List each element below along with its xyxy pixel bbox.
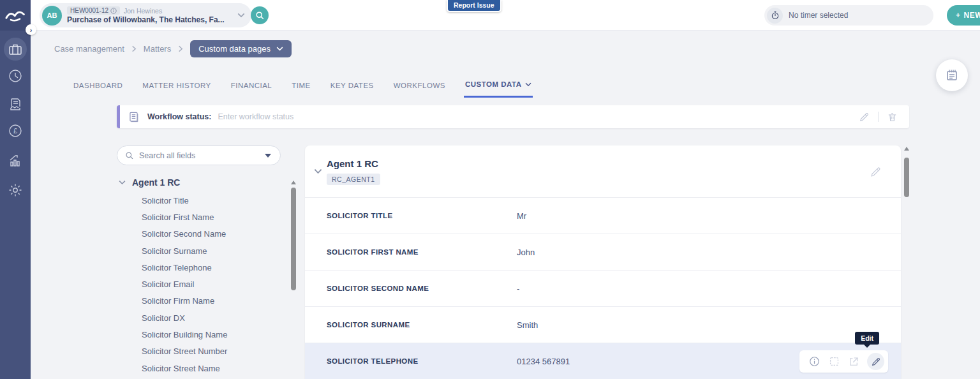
clock-icon: [8, 68, 23, 84]
field-label: Solicitor Title: [142, 196, 189, 205]
field-list-item[interactable]: Solicitor Surname: [142, 242, 227, 259]
info-icon: [110, 8, 117, 14]
bird-logo-icon: [4, 8, 26, 23]
field-label: Solicitor Surname: [142, 246, 207, 256]
pound-circle-icon: £: [8, 123, 23, 138]
field-search-input[interactable]: [139, 151, 265, 160]
tab-workflows[interactable]: WORKFLOWS: [392, 75, 447, 98]
breadcrumb: Case management Matters Custom data page…: [54, 40, 292, 57]
chevron-down-icon: [525, 82, 531, 87]
field-value: Mr: [517, 211, 526, 221]
new-button[interactable]: + NEW: [947, 5, 980, 26]
field-name: SOLICITOR TITLE: [327, 212, 517, 219]
external-link-icon: [848, 356, 859, 368]
edit-section-button[interactable]: [870, 166, 882, 178]
tree-group-agent1rc[interactable]: Agent 1 RC: [119, 177, 180, 188]
delete-workflow-status-button[interactable]: [887, 112, 898, 123]
field-list-item[interactable]: Solicitor Street Number: [142, 343, 227, 360]
top-bar: AB HEW0001-12 Jon Hewines Purchase of Wi…: [31, 0, 980, 31]
chevron-down-icon: [119, 180, 126, 185]
scroll-up-arrow[interactable]: [291, 181, 296, 184]
page-content: Case management Matters Custom data page…: [31, 31, 980, 379]
table-row[interactable]: SOLICITOR TITLE Mr: [305, 198, 901, 234]
scroll-up-arrow[interactable]: [904, 147, 909, 151]
copy-field-button[interactable]: [828, 355, 840, 368]
table-row-hovered[interactable]: SOLICITOR TELEPHONE 01234 567891: [305, 343, 901, 379]
briefcase-icon: [8, 41, 23, 57]
chevron-down-icon: [276, 47, 283, 51]
sidebar-item-reports[interactable]: [0, 153, 31, 168]
matter-ref: HEW0001-12: [70, 7, 108, 14]
breadcrumb-matters[interactable]: Matters: [144, 44, 171, 54]
sidebar-item-settings[interactable]: [0, 182, 31, 198]
tab-custom-data-label: CUSTOM DATA: [465, 80, 522, 88]
global-search-button[interactable]: [251, 6, 269, 24]
table-row[interactable]: SOLICITOR FIRST NAME John: [305, 234, 901, 271]
edit-workflow-status-button[interactable]: [859, 112, 870, 123]
open-external-button[interactable]: [848, 356, 859, 368]
sidebar-expand-button[interactable]: ›: [26, 24, 36, 35]
matter-meta: HEW0001-12 Jon Hewines Purchase of Willo…: [67, 6, 235, 24]
tree-group-label: Agent 1 RC: [132, 177, 180, 188]
notepad-icon: [944, 68, 960, 83]
scrollbar-thumb[interactable]: [904, 158, 909, 197]
fee-earner-name: Jon Hewines: [124, 7, 162, 15]
trash-icon: [887, 112, 898, 123]
matter-title: Purchase of Willowbank, The Hatches, Fa.…: [67, 15, 235, 24]
tab-custom-data[interactable]: CUSTOM DATA: [464, 75, 533, 98]
report-issue-button[interactable]: Report Issue: [447, 0, 501, 12]
field-list-item[interactable]: Solicitor DX: [142, 309, 227, 326]
breadcrumb-current-label: Custom data pages: [198, 44, 271, 54]
sidebar-item-matters[interactable]: [0, 97, 31, 112]
workflow-status-input[interactable]: [218, 112, 859, 121]
field-list-item[interactable]: Solicitor Firm Name: [142, 293, 227, 309]
tab-dashboard[interactable]: DASHBOARD: [72, 75, 124, 98]
breadcrumb-current-dropdown[interactable]: Custom data pages: [190, 40, 292, 57]
collapse-section-button[interactable]: [314, 168, 322, 174]
tab-key-dates[interactable]: KEY DATES: [329, 75, 375, 98]
field-list-item[interactable]: Solicitor Street Name: [142, 360, 227, 376]
field-label: Solicitor First Name: [142, 212, 214, 222]
divider: [878, 112, 879, 122]
scrollbar-thumb[interactable]: [291, 188, 296, 290]
tab-matter-history[interactable]: MATTER HISTORY: [141, 75, 212, 98]
field-search-box[interactable]: [117, 145, 281, 165]
section-title: Agent 1 RC: [327, 158, 378, 169]
breadcrumb-case-management[interactable]: Case management: [54, 44, 124, 54]
field-list-item[interactable]: Solicitor Email: [142, 276, 227, 292]
tab-time[interactable]: TIME: [290, 75, 311, 98]
field-label: Solicitor Second Name: [142, 229, 226, 239]
sidebar: £: [0, 0, 31, 379]
search-icon: [255, 11, 265, 20]
tree-scrollbar[interactable]: [290, 181, 297, 379]
info-button[interactable]: [808, 355, 820, 368]
field-list-item[interactable]: Solicitor Second Name: [142, 226, 227, 242]
field-name: SOLICITOR SECOND NAME: [327, 285, 517, 292]
custom-data-panel: Agent 1 RC RC_AGENT1 SOLICITOR TITLE Mr …: [305, 145, 901, 379]
sidebar-item-time[interactable]: [0, 68, 31, 84]
timer-widget[interactable]: No timer selected: [764, 5, 933, 26]
matter-ref-badge: HEW0001-12: [67, 6, 120, 15]
panel-scrollbar[interactable]: [903, 147, 910, 379]
field-label: Solicitor Building Name: [142, 330, 227, 339]
dropdown-caret-icon[interactable]: [265, 154, 271, 158]
table-row[interactable]: SOLICITOR SURNAME Smith: [305, 307, 901, 343]
sidebar-item-case-management[interactable]: [0, 41, 31, 57]
svg-text:£: £: [13, 127, 17, 135]
pencil-icon: [859, 112, 870, 123]
field-name: SOLICITOR TELEPHONE: [327, 357, 517, 365]
field-label: Solicitor Street Number: [142, 346, 227, 356]
current-matter-selector[interactable]: AB HEW0001-12 Jon Hewines Purchase of Wi…: [40, 3, 251, 27]
section-code-badge: RC_AGENT1: [327, 174, 380, 185]
field-list-item[interactable]: Solicitor Title: [142, 192, 227, 209]
notes-button[interactable]: [936, 59, 968, 91]
table-row[interactable]: SOLICITOR SECOND NAME -: [305, 271, 901, 307]
pencil-icon: [870, 166, 882, 178]
field-list-item[interactable]: Solicitor First Name: [142, 209, 227, 225]
field-list-item[interactable]: Solicitor Building Name: [142, 326, 227, 343]
tab-financial[interactable]: FINANCIAL: [230, 75, 274, 98]
dashed-square-icon: [828, 355, 840, 368]
sidebar-item-financial[interactable]: £: [0, 123, 31, 138]
edit-field-button[interactable]: [867, 353, 884, 370]
field-list-item[interactable]: Solicitor Telephone: [142, 259, 227, 276]
